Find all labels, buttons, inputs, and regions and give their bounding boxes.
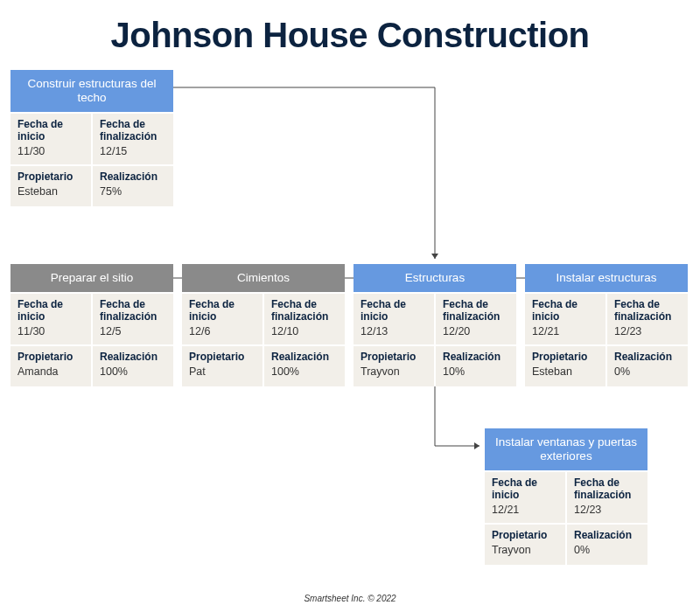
cell-value: 12/10 bbox=[271, 325, 338, 337]
cell-value: 12/23 bbox=[574, 504, 640, 516]
cell-start-date: Fecha de inicio12/13 bbox=[354, 294, 434, 344]
card-header: Estructuras bbox=[354, 264, 516, 292]
cell-value: 12/21 bbox=[492, 504, 558, 516]
cell-label: Fecha de finalización bbox=[614, 299, 681, 323]
cell-label: Fecha de inicio bbox=[18, 299, 84, 323]
cell-completion: Realización100% bbox=[93, 346, 173, 386]
cell-owner: PropietarioEsteban bbox=[10, 166, 91, 206]
cell-value: 11/30 bbox=[18, 325, 84, 337]
cell-label: Propietario bbox=[492, 530, 558, 542]
cell-owner: PropietarioTrayvon bbox=[354, 346, 434, 386]
card-header: Construir estructuras del techo bbox=[10, 70, 173, 112]
card-body: Fecha de inicio12/21Fecha de finalizació… bbox=[485, 472, 648, 565]
cell-label: Realización bbox=[100, 351, 166, 364]
footer-text: Smartsheet Inc. © 2022 bbox=[0, 594, 700, 603]
card-prepare: Preparar el sitioFecha de inicio11/30Fec… bbox=[10, 264, 173, 386]
cell-value: 0% bbox=[574, 544, 640, 556]
card-body: Fecha de inicio12/13Fecha de finalizació… bbox=[354, 294, 516, 386]
cell-value: Esteban bbox=[532, 365, 598, 378]
page-title: Johnson House Construction bbox=[0, 0, 700, 55]
cell-start-date: Fecha de inicio12/6 bbox=[182, 294, 262, 344]
cell-label: Fecha de inicio bbox=[360, 299, 427, 323]
cell-owner: PropietarioPat bbox=[182, 346, 262, 386]
cell-value: 11/30 bbox=[18, 145, 84, 157]
cell-label: Fecha de finalización bbox=[100, 119, 166, 143]
cell-end-date: Fecha de finalización12/15 bbox=[93, 114, 173, 164]
cell-label: Realización bbox=[443, 351, 509, 364]
card-body: Fecha de inicio12/21Fecha de finalizació… bbox=[525, 294, 688, 386]
cell-value: 12/21 bbox=[532, 325, 598, 337]
cell-value: 12/15 bbox=[100, 145, 166, 157]
cell-value: Pat bbox=[189, 365, 256, 378]
cell-value: Trayvon bbox=[492, 544, 558, 556]
cell-value: Trayvon bbox=[360, 365, 427, 378]
cell-value: 12/20 bbox=[443, 325, 509, 337]
cell-end-date: Fecha de finalización12/10 bbox=[264, 294, 345, 344]
card-body: Fecha de inicio11/30Fecha de finalizació… bbox=[10, 114, 173, 206]
cell-completion: Realización10% bbox=[436, 346, 516, 386]
cell-end-date: Fecha de finalización12/20 bbox=[436, 294, 516, 344]
card-body: Fecha de inicio11/30Fecha de finalizació… bbox=[10, 294, 173, 386]
cell-end-date: Fecha de finalización12/23 bbox=[607, 294, 688, 344]
cell-label: Realización bbox=[614, 351, 681, 364]
cell-label: Realización bbox=[271, 351, 338, 364]
cell-owner: PropietarioTrayvon bbox=[485, 525, 565, 565]
cell-owner: PropietarioAmanda bbox=[10, 346, 91, 386]
card-body: Fecha de inicio12/6Fecha de finalización… bbox=[182, 294, 345, 386]
cell-label: Propietario bbox=[189, 351, 256, 364]
card-roof: Construir estructuras del techoFecha de … bbox=[10, 70, 173, 206]
card-foundations: CimientosFecha de inicio12/6Fecha de fin… bbox=[182, 264, 345, 386]
cell-completion: Realización0% bbox=[607, 346, 688, 386]
cell-label: Propietario bbox=[18, 351, 84, 364]
cell-value: Esteban bbox=[18, 185, 84, 198]
cell-value: 12/6 bbox=[189, 325, 256, 337]
cell-owner: PropietarioEsteban bbox=[525, 346, 606, 386]
cell-label: Fecha de inicio bbox=[18, 119, 84, 143]
card-header: Cimientos bbox=[182, 264, 345, 292]
cell-value: 100% bbox=[100, 365, 166, 378]
cell-label: Fecha de finalización bbox=[443, 299, 509, 323]
cell-start-date: Fecha de inicio12/21 bbox=[525, 294, 606, 344]
cell-value: 0% bbox=[614, 365, 681, 378]
cell-label: Fecha de inicio bbox=[189, 299, 256, 323]
cell-label: Fecha de finalización bbox=[574, 477, 640, 502]
cell-label: Fecha de finalización bbox=[100, 299, 166, 323]
cell-completion: Realización75% bbox=[93, 166, 173, 206]
cell-label: Propietario bbox=[18, 171, 84, 184]
cell-label: Fecha de finalización bbox=[271, 299, 338, 323]
cell-completion: Realización100% bbox=[264, 346, 345, 386]
cell-label: Fecha de inicio bbox=[492, 477, 558, 502]
cell-label: Realización bbox=[100, 171, 166, 184]
cell-label: Fecha de inicio bbox=[532, 299, 598, 323]
cell-value: 75% bbox=[100, 185, 166, 198]
card-windows: Instalar ventanas y puertas exterioresFe… bbox=[485, 428, 648, 565]
cell-value: 10% bbox=[443, 365, 509, 378]
cell-label: Propietario bbox=[360, 351, 427, 364]
cell-start-date: Fecha de inicio11/30 bbox=[10, 294, 91, 344]
cell-end-date: Fecha de finalización12/23 bbox=[567, 472, 648, 523]
cell-completion: Realización0% bbox=[567, 525, 648, 565]
cell-value: 12/23 bbox=[614, 325, 681, 337]
cell-label: Realización bbox=[574, 530, 640, 542]
cell-value: 100% bbox=[271, 365, 338, 378]
cell-value: 12/5 bbox=[100, 325, 166, 337]
cell-value: Amanda bbox=[18, 365, 84, 378]
cell-start-date: Fecha de inicio11/30 bbox=[10, 114, 91, 164]
card-header: Preparar el sitio bbox=[10, 264, 173, 292]
card-header: Instalar estructuras bbox=[525, 264, 688, 292]
cell-start-date: Fecha de inicio12/21 bbox=[485, 472, 565, 523]
card-install: Instalar estructurasFecha de inicio12/21… bbox=[525, 264, 688, 386]
card-structures: EstructurasFecha de inicio12/13Fecha de … bbox=[354, 264, 516, 386]
card-header: Instalar ventanas y puertas exteriores bbox=[485, 428, 648, 470]
cell-end-date: Fecha de finalización12/5 bbox=[93, 294, 173, 344]
cell-label: Propietario bbox=[532, 351, 598, 364]
cell-value: 12/13 bbox=[360, 325, 427, 337]
